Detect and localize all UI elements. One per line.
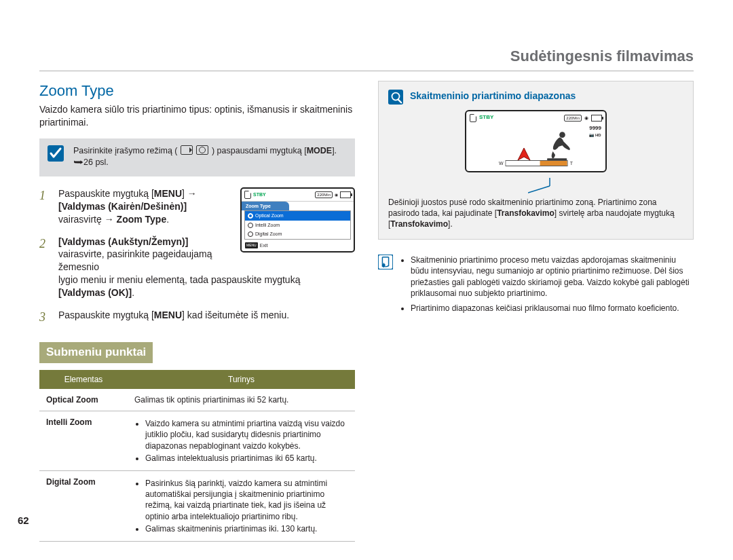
radio-icon	[248, 223, 253, 228]
battery-icon	[340, 191, 351, 198]
th-element: Elementas	[39, 370, 128, 389]
scene-icon: ◉	[584, 115, 588, 121]
page-ref: 26 psl.	[83, 157, 109, 167]
zoom-w: W	[499, 160, 504, 166]
box-title: Skaitmeninio priartinimo diapazonas	[410, 90, 576, 102]
submenu-heading: Submeniu punktai	[39, 342, 153, 363]
left-column: Zoom Type Vaizdo kamera siūlo tris priar…	[39, 81, 355, 542]
step-2: [Valdymas (Aukštyn/Žemyn)] vairasvirte, …	[39, 236, 355, 299]
svg-point-4	[559, 132, 565, 138]
menu-item-optical: Optical Zoom	[245, 211, 350, 220]
zoom-t: T	[570, 160, 573, 166]
radio-icon	[248, 213, 253, 219]
rec-time: 220Min	[315, 191, 333, 198]
zoom-bar: W T	[499, 160, 573, 166]
svg-line-10	[528, 186, 550, 193]
right-column: Skaitmeninio priartinimo diapazonas STBY…	[378, 81, 694, 542]
photo-mode-icon	[196, 145, 208, 155]
rule	[39, 71, 694, 71]
step-3: Paspauskite mygtuką [MENU] kad išeitumėt…	[39, 309, 355, 322]
page-number: 62	[18, 514, 29, 527]
battery-icon	[591, 115, 602, 122]
table-row: Optical Zoom Galimas tik optinis priarti…	[39, 389, 355, 411]
info-text-post: ) paspausdami mygtuką	[212, 146, 302, 155]
osd-zoom-thumbnail: STBY 220Min ◉ 9999📷 HD	[465, 110, 607, 172]
info-q-icon	[388, 90, 403, 105]
digital-zoom-box: Skaitmeninio priartinimo diapazonas STBY…	[378, 81, 694, 240]
prerequisite-box: Pasirinkite įrašymo režimą ( ) paspausda…	[39, 138, 355, 176]
sd-icon	[244, 191, 251, 199]
stby-label: STBY	[479, 114, 493, 122]
submenu-table: Elementas Turinys Optical Zoom Galimas t…	[39, 370, 355, 542]
stby-label: STBY	[253, 191, 266, 198]
rec-time: 220Min	[564, 115, 582, 122]
page: Sudėtingesnis filmavimas Zoom Type Vaizd…	[0, 0, 733, 560]
menu-item-intelli: Intelli Zoom	[245, 221, 350, 229]
section-title: Sudėtingesnis filmavimas	[39, 46, 694, 67]
th-content: Turinys	[128, 370, 355, 389]
svg-rect-5	[547, 158, 567, 160]
callout-line	[388, 178, 683, 194]
table-row: Digital Zoom Pasirinkus šią parinktį, va…	[39, 470, 355, 541]
menu-tab: Zoom Type	[242, 202, 289, 210]
check-icon	[48, 145, 64, 162]
skater-silhouette	[542, 129, 578, 164]
box-description: Dešinioji juostos pusė rodo skaitmeninio…	[388, 197, 683, 230]
red-pointer-icon	[516, 147, 531, 162]
sd-icon	[470, 114, 476, 122]
intro-text: Vaizdo kamera siūlo tris priartinimo tip…	[39, 103, 355, 129]
note-item: Skaitmeninio priartinimo proceso metu va…	[411, 255, 694, 299]
notes-block: Skaitmeninio priartinimo proceso metu va…	[378, 255, 694, 318]
info-text-pre: Pasirinkite įrašymo režimą (	[73, 146, 178, 155]
video-mode-icon	[181, 145, 193, 155]
svg-marker-8	[518, 148, 530, 160]
note-item: Priartinimo diapazonas keičiasi priklaus…	[411, 303, 694, 314]
note-icon	[378, 255, 393, 269]
step-1: STBY 220Min ◉ Zoom Type Optical Zoom Int	[39, 187, 355, 226]
mode-label: MODE	[307, 146, 333, 155]
page-ref-arrow: ➥	[73, 157, 83, 168]
table-row: Intelli Zoom Vaizdo kamera su atmintimi …	[39, 411, 355, 471]
scene-icon: ◉	[335, 192, 338, 198]
feature-title: Zoom Type	[39, 81, 355, 101]
